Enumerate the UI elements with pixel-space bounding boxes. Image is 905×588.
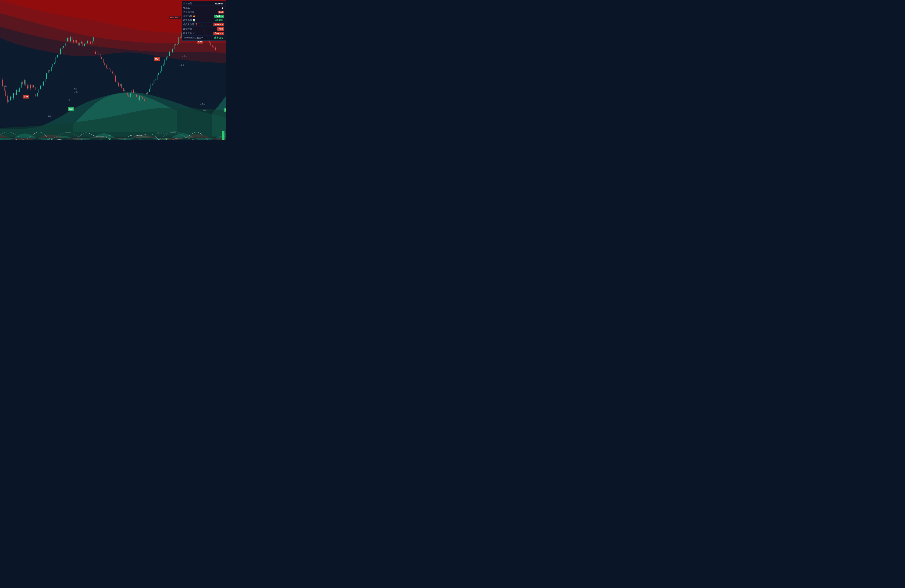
info-value: Bullish [214, 15, 224, 17]
info-label: 当前模型 [183, 2, 192, 5]
info-panel: 当前模型Normal敏感度 ↓2当前仓位嚇Sell当前趋势 🔥Bullish趋势… [182, 1, 226, 41]
info-label: 趋势力量 📊 [183, 19, 195, 22]
stop-label-5: 止盈 3 [182, 55, 187, 57]
signal-sell-2: 卖★ [154, 57, 160, 61]
info-label: 当前趋势 🔥 [183, 14, 195, 17]
chart-container: 当前模型Normal敏感度 ↓2当前仓位嚇Sell当前趋势 🔥Bullish趋势… [0, 0, 226, 147]
info-value: 48.56% [214, 19, 224, 22]
stop-label-8: 止盈 2 [202, 109, 208, 112]
stop-label-2: 止盈 [67, 99, 70, 101]
info-row: TradingBox交易宝™业界领先 [182, 36, 225, 40]
stop-label-7: 止盈 1 [200, 103, 205, 105]
info-row: 动量方向 ↗Bearish [182, 32, 225, 36]
stop-label-0: 止盈 1 [3, 85, 8, 88]
info-row: 当前仓位嚇Sell [182, 10, 225, 14]
info-value: Bearish [213, 32, 224, 35]
info-label: 动量方向 ↗ [183, 32, 195, 35]
triangle-marker-0 [109, 138, 111, 140]
bottom-bar [0, 140, 226, 147]
info-value: Bearish [213, 23, 224, 26]
info-value: Sell [218, 11, 224, 13]
info-label: TradingBox交易宝™ [183, 36, 203, 39]
info-label: 敏感度 ↓ [183, 6, 192, 9]
info-value: 趋转 [217, 27, 224, 31]
info-row: 趋势力量 📊48.56% [182, 18, 225, 22]
signal-buy-4: 买★ [224, 108, 226, 112]
stop-label-4: 止盈 [74, 91, 78, 94]
signal-sell-0: 卖★ [23, 95, 29, 98]
btcusd-label: BTCUSD [170, 16, 181, 19]
info-row: 当前趋势 🔥Bullish [182, 14, 225, 18]
info-value: 2 [220, 6, 224, 9]
info-label: 成交量信号 ❓ [183, 23, 197, 26]
info-label: 当前仓位嚇 [183, 10, 194, 13]
info-row: 敏感度 ↓2 [182, 6, 225, 10]
triangle-marker-1 [165, 138, 167, 140]
info-label: 波动性量 [183, 27, 192, 30]
signal-buy-1: 买★ [68, 107, 74, 111]
stop-label-3: 止盈 [73, 87, 77, 90]
info-row: 成交量信号 ❓Bearish [182, 22, 225, 27]
stop-label-6: 止盈 2 [179, 64, 184, 66]
stop-label-1: 止盈 1 [48, 115, 52, 118]
info-value: 业界领先 [213, 36, 224, 40]
info-row: 波动性量趋转 [182, 27, 225, 32]
info-value: Normal [214, 2, 224, 5]
info-row: 当前模型Normal [182, 2, 225, 6]
